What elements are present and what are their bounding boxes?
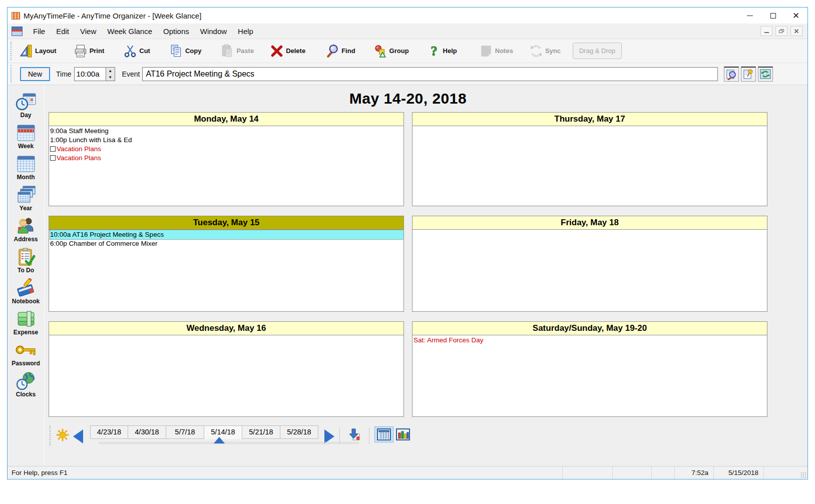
document-calendar-icon[interactable] <box>12 27 23 36</box>
day-header-monday[interactable]: Monday, May 14 <box>49 113 403 126</box>
time-down-arrow[interactable]: ▼ <box>106 74 115 81</box>
next-week-arrow[interactable] <box>324 429 334 443</box>
delete-button[interactable]: Delete <box>267 42 310 60</box>
goto-date-icon <box>348 428 361 441</box>
resize-grip[interactable] <box>800 471 806 478</box>
eventbar-gripper[interactable] <box>11 65 13 82</box>
find-button[interactable]: Find <box>322 42 360 60</box>
event-pin-button[interactable] <box>741 67 756 82</box>
sidebar-item-notebook[interactable]: Notebook <box>8 278 44 305</box>
maximize-button[interactable] <box>761 8 784 24</box>
event-pin-icon <box>742 68 754 80</box>
sidebar-item-todo[interactable]: To Do <box>8 247 44 274</box>
paste-icon <box>220 44 234 58</box>
day-header-thursday[interactable]: Thursday, May 17 <box>413 113 767 126</box>
mdi-close-button[interactable]: ✕ <box>790 26 802 36</box>
day-header-tuesday[interactable]: Tuesday, May 15 <box>49 216 403 230</box>
new-button[interactable]: New <box>20 67 50 81</box>
cut-button[interactable]: Cut <box>120 42 155 60</box>
minimize-button[interactable] <box>738 8 761 24</box>
sidebar-item-day[interactable]: Day <box>8 92 44 119</box>
status-pane <box>562 466 612 479</box>
help-button[interactable]: ? Help <box>424 42 462 60</box>
day-body-thursday[interactable] <box>413 126 767 206</box>
day-header-weekend[interactable]: Saturday/Sunday, May 19-20 <box>413 322 767 335</box>
menu-window[interactable]: Window <box>195 25 232 38</box>
notes-icon <box>479 44 493 58</box>
paste-button[interactable]: Paste <box>217 42 259 60</box>
sidebar-item-clocks[interactable]: Clocks <box>8 371 44 398</box>
drag-drop-button[interactable]: Drag & Drop <box>573 43 622 59</box>
event-item[interactable]: 9:00a Staff Meeting <box>50 127 403 136</box>
sidebar: Day Week Month <box>8 85 45 466</box>
print-button[interactable]: Print <box>71 42 110 60</box>
password-icon <box>15 340 37 360</box>
sidebar-item-password[interactable]: Password <box>8 340 44 367</box>
todo-checkbox[interactable] <box>50 146 56 152</box>
day-body-weekend[interactable]: Sat: Armed Forces Day <box>413 335 767 416</box>
status-bar: For Help, press F1 7:52a 5/15/2018 <box>8 466 807 479</box>
event-bar: New Time ▲ ▼ Event <box>8 63 807 85</box>
options-sun-icon[interactable] <box>56 428 69 441</box>
event-item-selected[interactable]: 10:00a AT16 Project Meeting & Specs <box>50 230 403 239</box>
menu-help[interactable]: Help <box>232 25 259 38</box>
menu-options[interactable]: Options <box>158 25 195 38</box>
weeknav-gripper[interactable] <box>50 425 52 445</box>
week-tab[interactable]: 5/7/18 <box>166 425 204 439</box>
mdi-restore-button[interactable] <box>775 26 787 36</box>
week-slider-thumb[interactable] <box>214 437 225 443</box>
sidebar-item-week[interactable]: Week <box>8 123 44 150</box>
week-tab[interactable]: 4/30/18 <box>128 425 166 439</box>
mdi-minimize-button[interactable] <box>760 26 772 36</box>
event-item[interactable]: 6:00p Chamber of Commerce Mixer <box>50 239 403 248</box>
previous-week-arrow[interactable] <box>73 429 83 443</box>
goto-date-button[interactable] <box>345 426 364 442</box>
group-button[interactable]: Group <box>370 42 414 60</box>
event-item[interactable]: 1:00p Lunch with Lisa & Ed <box>50 136 403 145</box>
week-icon <box>15 123 37 143</box>
todo-item[interactable]: Vacation Plans <box>50 154 403 163</box>
sync-button[interactable]: Sync <box>526 42 566 60</box>
sidebar-item-expense[interactable]: Expense <box>8 309 44 336</box>
day-body-wednesday[interactable] <box>49 335 403 416</box>
help-icon: ? <box>427 44 441 58</box>
time-input[interactable] <box>75 68 106 81</box>
todo-item[interactable]: Vacation Plans <box>50 145 403 154</box>
event-input[interactable] <box>142 67 718 81</box>
sidebar-item-address[interactable]: Address <box>8 216 44 243</box>
event-sync-icon <box>759 68 771 80</box>
layout-button[interactable]: Layout <box>16 42 62 60</box>
calendar-view-button[interactable] <box>374 426 393 442</box>
week-tab[interactable]: 5/28/18 <box>280 425 318 439</box>
week-tab[interactable]: 5/21/18 <box>242 425 280 439</box>
status-help-text: For Help, press F1 <box>8 469 562 476</box>
event-find-button[interactable] <box>724 67 739 82</box>
toolbar-gripper[interactable] <box>11 42 13 61</box>
status-pane <box>612 466 651 479</box>
menu-file[interactable]: File <box>28 25 51 38</box>
day-body-tuesday[interactable]: 10:00a AT16 Project Meeting & Specs 6:00… <box>49 230 403 311</box>
sidebar-item-month[interactable]: Month <box>8 154 44 181</box>
holiday-item[interactable]: Sat: Armed Forces Day <box>414 336 767 345</box>
sidebar-item-year[interactable]: Year <box>8 185 44 212</box>
time-up-arrow[interactable]: ▲ <box>106 68 115 74</box>
menu-view[interactable]: View <box>75 25 102 38</box>
notes-button[interactable]: Notes <box>476 42 518 60</box>
clocks-icon <box>15 371 37 391</box>
chart-view-button[interactable] <box>393 426 413 442</box>
todo-checkbox[interactable] <box>50 155 56 161</box>
day-body-friday[interactable] <box>413 230 767 311</box>
day-header-friday[interactable]: Friday, May 18 <box>413 216 767 230</box>
event-sync-button[interactable] <box>758 67 773 82</box>
layout-icon <box>19 44 33 58</box>
copy-button[interactable]: Copy <box>166 42 207 60</box>
day-header-wednesday[interactable]: Wednesday, May 16 <box>49 322 403 335</box>
close-button[interactable]: ✕ <box>784 8 807 24</box>
day-icon <box>15 92 37 112</box>
menu-week-glance[interactable]: Week Glance <box>102 25 158 38</box>
week-slider-track[interactable] <box>99 442 359 444</box>
expense-icon <box>15 309 37 329</box>
menu-edit[interactable]: Edit <box>51 25 75 38</box>
day-body-monday[interactable]: 9:00a Staff Meeting 1:00p Lunch with Lis… <box>49 126 403 206</box>
week-tab[interactable]: 4/23/18 <box>90 425 128 439</box>
